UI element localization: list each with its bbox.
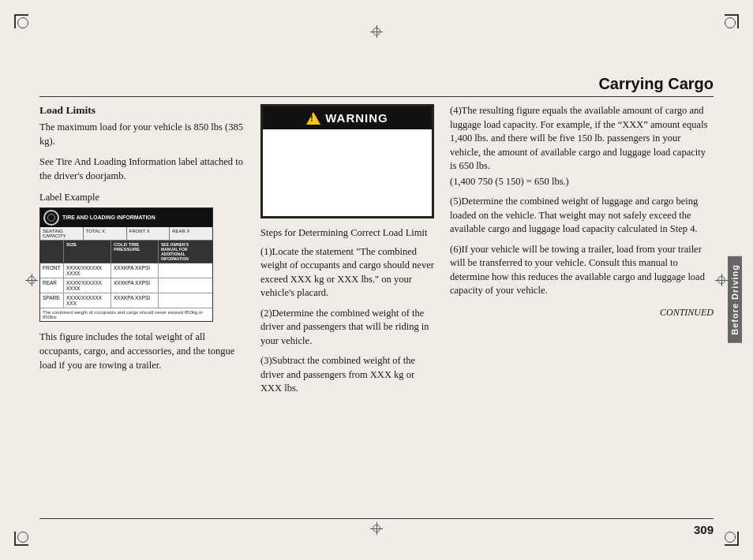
step5-text: Determine the combined weight of luggage… (450, 196, 698, 234)
rear-size: XXXX/XXXXXX XXXX (64, 278, 111, 293)
tire-label-body: FRONT XXXX/XXXXXX XXXX XXXKPA XXPSI REAR… (40, 263, 212, 308)
tire-row-spare: SPARE XXXX/XXXXXX XXX XXXKPA XXPSI (40, 293, 212, 308)
crosshair-left (25, 274, 38, 286)
step4-text: The resulting figure equals the availabl… (450, 105, 708, 171)
crosshair-right (715, 274, 728, 286)
circle-mark-br (725, 532, 736, 543)
col-type (40, 241, 64, 263)
spare-size: XXXX/XXXXXX XXX (64, 293, 111, 308)
step-3: (3)Subtract the combined weight of the d… (260, 354, 437, 396)
col-pressure: COLD TIRE PRESSURE (111, 241, 159, 263)
crosshair-top (370, 25, 383, 38)
rear-pressure: XXXKPA XXPSI (111, 278, 159, 293)
tire-label-box: TIRE AND LOADING INFORMATION SEATING CAP… (39, 207, 213, 322)
page-number: 309 (694, 523, 714, 536)
step6-text: If your vehicle will be towing a trailer… (450, 244, 705, 297)
seating-label: SEATING CAPACITY (40, 227, 84, 240)
main-content: Load Limits The maximum load for your ve… (39, 104, 714, 513)
front-pressure: XXXKPA XXPSI (111, 263, 159, 278)
left-para3: This figure includes the total weight of… (39, 330, 248, 372)
load-limits-para1: The maximum load for your vehicle is 850… (39, 120, 248, 148)
title-rule (39, 96, 714, 97)
seating-row: SEATING CAPACITY TOTAL X FRONT X REAR X (40, 227, 212, 241)
right-column: (4)The resulting figure equals the avail… (450, 104, 714, 513)
step1-text: Locate the statement "The combined weigh… (260, 246, 434, 299)
col-see: SEE OWNER'S MANUAL FOR ADDITIONAL INFORM… (159, 241, 206, 263)
middle-column: WARNING Steps for Determining Correct Lo… (260, 104, 450, 513)
step-1: (1)Locate the statement "The combined we… (260, 245, 437, 301)
step2-text: Determine the combined weight of the dri… (260, 308, 429, 346)
warning-body (263, 129, 432, 216)
warning-header: WARNING (263, 106, 432, 129)
circle-mark-tr (725, 17, 736, 28)
step3-num: (3) (260, 355, 272, 366)
seating-front: FRONT X (127, 227, 170, 240)
circle-mark-tl (17, 17, 28, 28)
step4-calc: (1,400 750 (5 150) = 650 lbs.) (450, 175, 714, 189)
step6-num: (6) (450, 244, 462, 255)
front-size: XXXX/XXXXXX XXXX (64, 263, 111, 278)
tire-row-rear: REAR XXXX/XXXXXX XXXX XXXKPA XXPSI (40, 278, 212, 293)
step-4: (4)The resulting figure equals the avail… (450, 104, 714, 189)
step5-num: (5) (450, 196, 462, 207)
col-size: SIZE (64, 241, 111, 263)
seating-rear: REAR X (170, 227, 212, 240)
step2-num: (2) (260, 308, 272, 319)
seating-total: TOTAL X (84, 227, 127, 240)
left-column: Load Limits The maximum load for your ve… (39, 104, 260, 513)
circle-mark-bl (17, 532, 28, 543)
continued-text: CONTINUED (450, 306, 714, 319)
front-type: FRONT (40, 263, 64, 278)
steps-title-text: Steps for Determining Correct Load Limit (260, 227, 427, 238)
page-title: Carrying Cargo (598, 75, 714, 93)
warning-triangle-icon (306, 112, 320, 125)
step-6: (6)If your vehicle will be towing a trai… (450, 243, 714, 298)
rear-type: REAR (40, 278, 64, 293)
crosshair-bottom (370, 522, 383, 535)
spare-pressure: XXXKPA XXPSI (111, 293, 159, 308)
steps-title: Steps for Determining Correct Load Limit (260, 226, 437, 241)
rear-see (159, 278, 206, 293)
tire-icon (43, 210, 59, 226)
tire-label-title: TIRE AND LOADING INFORMATION (62, 215, 155, 220)
spare-see (159, 293, 206, 308)
tire-row-front: FRONT XXXX/XXXXXX XXXX XXXKPA XXPSI (40, 263, 212, 278)
load-limits-heading: Load Limits (39, 104, 248, 117)
warning-box: WARNING (260, 104, 434, 218)
tire-icon-inner (47, 214, 55, 222)
bottom-rule (39, 518, 714, 519)
tire-label-header: TIRE AND LOADING INFORMATION (40, 208, 212, 227)
step-2: (2)Determine the combined weight of the … (260, 307, 437, 349)
load-limits-para2: See Tire And Loading Information label a… (39, 155, 248, 183)
front-see (159, 263, 206, 278)
warning-label: WARNING (325, 111, 388, 125)
label-example-heading: Label Example (39, 190, 248, 204)
step1-num: (1) (260, 246, 272, 257)
step4-num: (4) (450, 105, 462, 116)
step-5: (5)Determine the combined weight of lugg… (450, 195, 714, 237)
side-label: Before Driving (728, 221, 742, 379)
tire-data-header: SIZE COLD TIRE PRESSURE SEE OWNER'S MANU… (40, 241, 212, 263)
spare-type: SPARE (40, 293, 64, 308)
tire-label-subtext: The combined weight of occupants and car… (40, 308, 212, 321)
step3-text: Subtract the combined weight of the driv… (260, 355, 415, 394)
